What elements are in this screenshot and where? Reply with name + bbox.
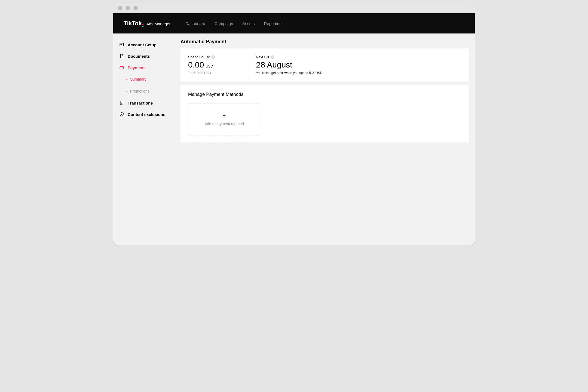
- add-payment-method-button[interactable]: + Add a payment method: [188, 103, 260, 136]
- sidebar-item-transactions[interactable]: Transactions: [113, 97, 174, 109]
- spend-label: Spend So Far: [188, 55, 210, 59]
- svg-point-1: [121, 44, 121, 45]
- sidebar-sub-label: Summary: [130, 77, 146, 81]
- page-title: Automatic Payment: [180, 39, 469, 45]
- bullet-icon: [126, 91, 127, 92]
- window-minimize-dot[interactable]: [126, 6, 130, 10]
- help-icon[interactable]: ?: [212, 55, 215, 59]
- sidebar-sub-summary[interactable]: Summary: [113, 73, 174, 85]
- billing-summary-card: Spend So Far ? 0.00 USD Total: 0.00 USD …: [180, 48, 469, 81]
- sidebar-sub-label: Promotions: [130, 89, 149, 93]
- logo-text: TikTok: [124, 20, 142, 27]
- nav-reporting[interactable]: Reporting: [264, 21, 281, 26]
- next-bill-note: You'll also get a bill when you spend 5.…: [256, 71, 322, 75]
- spend-currency: USD: [206, 64, 213, 68]
- app-window: TikTok Ads Manager Dashboard Campaign As…: [113, 3, 475, 245]
- wallet-icon: [119, 65, 124, 70]
- sidebar-item-documents[interactable]: Documents: [113, 50, 174, 62]
- nav-campaign[interactable]: Campaign: [215, 21, 233, 26]
- stat-next-bill: Next Bill ? 28 August You'll also get a …: [256, 55, 322, 75]
- main-content: Automatic Payment Spend So Far ? 0.00 US…: [174, 33, 475, 245]
- help-icon[interactable]: ?: [271, 55, 274, 59]
- app-body: Account Setup Documents Payment Summary: [113, 33, 475, 245]
- nav-assets[interactable]: Assets: [242, 21, 255, 26]
- sidebar-item-payment[interactable]: Payment: [113, 62, 174, 73]
- svg-point-3: [122, 68, 123, 68]
- spend-total: Total: 0.00 USD: [188, 71, 215, 75]
- top-nav: TikTok Ads Manager Dashboard Campaign As…: [113, 13, 475, 33]
- methods-title: Manage Payment Methods: [188, 92, 461, 97]
- next-bill-value: 28 August: [256, 60, 292, 69]
- nav-dashboard[interactable]: Dashboard: [185, 21, 205, 26]
- app-logo[interactable]: TikTok Ads Manager: [124, 20, 171, 27]
- window-close-dot[interactable]: [118, 6, 122, 10]
- sidebar-item-account-setup[interactable]: Account Setup: [113, 39, 174, 50]
- spend-value: 0.00: [188, 60, 204, 69]
- next-bill-label: Next Bill: [256, 55, 269, 59]
- shield-icon: [119, 112, 124, 117]
- sidebar-item-label: Transactions: [128, 101, 153, 105]
- id-card-icon: [119, 42, 124, 47]
- sidebar-sub-promotions[interactable]: Promotions: [113, 85, 174, 97]
- sidebar: Account Setup Documents Payment Summary: [113, 33, 174, 245]
- sidebar-item-label: Account Setup: [128, 42, 157, 47]
- logo-subtitle: Ads Manager: [146, 22, 170, 26]
- sidebar-item-label: Documents: [128, 54, 150, 59]
- payment-methods-card: Manage Payment Methods + Add a payment m…: [180, 85, 469, 142]
- window-zoom-dot[interactable]: [133, 6, 138, 10]
- logo-accent-icon: [142, 24, 143, 27]
- stat-spend: Spend So Far ? 0.00 USD Total: 0.00 USD: [188, 55, 215, 75]
- document-icon: [119, 54, 124, 59]
- nav-links: Dashboard Campaign Assets Reporting: [185, 21, 282, 26]
- sidebar-item-label: Payment: [128, 65, 145, 70]
- bullet-icon: [126, 79, 127, 80]
- sidebar-item-content-exclusions[interactable]: Content exclusions: [113, 109, 174, 120]
- add-payment-label: Add a payment method: [204, 122, 244, 126]
- receipt-icon: [119, 100, 124, 105]
- plus-icon: +: [223, 113, 226, 118]
- window-titlebar: [113, 3, 475, 13]
- sidebar-item-label: Content exclusions: [128, 112, 165, 117]
